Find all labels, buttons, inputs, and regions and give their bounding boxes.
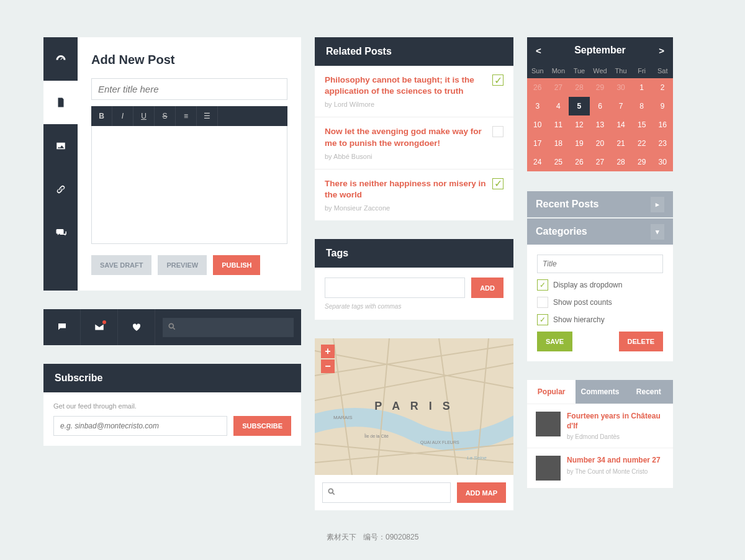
calendar-day-prev[interactable]: 29 [590, 78, 611, 97]
calendar-day[interactable]: 12 [569, 115, 590, 134]
sidebar-item-link[interactable] [43, 168, 78, 211]
tab-recent[interactable]: Recent [625, 380, 673, 404]
svg-point-0 [169, 323, 173, 328]
calendar-day[interactable]: 10 [527, 115, 548, 134]
map-search-input[interactable] [322, 482, 451, 503]
tool-list-ul[interactable]: ≡ [176, 106, 197, 126]
svg-text:La Seine: La Seine [467, 455, 487, 461]
calendar-day[interactable]: 24 [527, 153, 548, 171]
action-chat[interactable] [43, 309, 81, 345]
map-canvas[interactable]: P A R I S MARAIS Île de la Cité QUAI AUX… [315, 338, 513, 475]
categories-accordion[interactable]: Categories ▾ [527, 219, 673, 245]
calendar-day[interactable]: 7 [610, 97, 631, 115]
related-post-item[interactable]: Now let the avenging god make way for me… [315, 117, 513, 168]
calendar-day[interactable]: 9 [652, 97, 673, 115]
sidebar-item-image[interactable] [43, 124, 78, 168]
save-draft-button[interactable]: SAVE DRAFT [91, 255, 151, 275]
calendar-day[interactable]: 21 [610, 134, 631, 153]
chat-icon [56, 322, 68, 333]
tab-post-item[interactable]: Fourteen years in Château d'Ifby Edmond … [527, 404, 673, 448]
calendar-next[interactable]: > [659, 45, 664, 56]
calendar-day[interactable]: 6 [590, 97, 611, 115]
tool-underline[interactable]: U [133, 106, 155, 126]
calendar-day[interactable]: 30 [652, 153, 673, 171]
checkbox[interactable]: ✓ [537, 314, 548, 325]
calendar-day[interactable]: 17 [527, 134, 548, 153]
calendar-day-prev[interactable]: 26 [527, 78, 548, 97]
category-option[interactable]: ✓Show hierarchy [537, 314, 663, 325]
svg-text:MARAIS: MARAIS [333, 415, 353, 420]
calendar-day[interactable]: 15 [631, 115, 652, 134]
calendar-day[interactable]: 3 [527, 97, 548, 115]
action-bar-search-input[interactable] [163, 318, 294, 337]
post-thumbnail [536, 456, 561, 481]
save-category-button[interactable]: SAVE [537, 332, 572, 351]
calendar-day[interactable]: 2 [652, 78, 673, 97]
calendar-day[interactable]: 1 [631, 78, 652, 97]
delete-category-button[interactable]: DELETE [619, 332, 663, 351]
calendar-day[interactable]: 11 [548, 115, 569, 134]
related-post-checkbox[interactable]: ✓ [492, 75, 503, 86]
tab-comments[interactable]: Comments [576, 380, 624, 404]
calendar-day[interactable]: 22 [631, 134, 652, 153]
gauge-icon [55, 53, 66, 65]
calendar-day-prev[interactable]: 30 [610, 78, 631, 97]
calendar-day[interactable]: 25 [548, 153, 569, 171]
related-post-item[interactable]: There is neither happiness nor misery in… [315, 169, 513, 220]
tab-post-item[interactable]: Number 34 and number 27by The Count of M… [527, 448, 673, 488]
calendar-day[interactable]: 29 [631, 153, 652, 171]
related-post-author: by Abbé Busoni [325, 153, 486, 160]
post-body-editor[interactable] [91, 126, 287, 244]
recent-posts-accordion[interactable]: Recent Posts ▸ [527, 191, 673, 217]
calendar-day[interactable]: 19 [569, 134, 590, 153]
calendar-day[interactable]: 16 [652, 115, 673, 134]
related-post-item[interactable]: Philosophy cannot be taught; it is the a… [315, 66, 513, 117]
action-favorite[interactable] [118, 309, 155, 345]
calendar-day[interactable]: 8 [631, 97, 652, 115]
checkbox[interactable] [537, 297, 548, 308]
related-post-checkbox[interactable]: ✓ [492, 178, 503, 189]
calendar-prev[interactable]: < [536, 45, 541, 56]
calendar-day-prev[interactable]: 28 [569, 78, 590, 97]
publish-button[interactable]: PUBLISH [213, 255, 260, 275]
add-map-button[interactable]: ADD MAP [457, 482, 506, 503]
calendar-day[interactable]: 14 [610, 115, 631, 134]
calendar-dow: Sat [652, 63, 673, 78]
post-title-input[interactable] [91, 78, 287, 100]
calendar-day[interactable]: 18 [548, 134, 569, 153]
action-mail[interactable] [81, 309, 118, 345]
category-title-input[interactable] [537, 255, 663, 273]
category-option[interactable]: ✓Display as dropdown [537, 279, 663, 291]
tool-bold[interactable]: B [91, 106, 112, 126]
related-post-checkbox[interactable] [492, 126, 503, 137]
sidebar-item-document[interactable] [43, 81, 78, 124]
sidebar-item-dashboard[interactable] [43, 37, 78, 81]
add-tag-button[interactable]: ADD [471, 278, 503, 298]
posts-tabs-panel: PopularCommentsRecent Fourteen years in … [527, 380, 673, 488]
calendar-day[interactable]: 26 [569, 153, 590, 171]
category-option-label: Display as dropdown [553, 281, 622, 289]
calendar-day[interactable]: 23 [652, 134, 673, 153]
category-option[interactable]: Show post counts [537, 297, 663, 308]
formatting-toolbar: B I U S ≡ ☰ [91, 106, 287, 126]
tool-strike[interactable]: S [155, 106, 176, 126]
calendar-day[interactable]: 20 [590, 134, 611, 153]
map-zoom-in[interactable]: + [321, 345, 335, 358]
calendar-day[interactable]: 27 [590, 153, 611, 171]
tool-italic[interactable]: I [112, 106, 133, 126]
tag-input[interactable] [325, 278, 465, 298]
subscribe-email-input[interactable] [53, 416, 227, 436]
calendar-day-prev[interactable]: 27 [548, 78, 569, 97]
map-zoom-out[interactable]: − [321, 359, 335, 373]
subscribe-button[interactable]: SUBSCRIBE [233, 416, 291, 436]
sidebar-item-comments[interactable] [43, 211, 78, 255]
map-panel: P A R I S MARAIS Île de la Cité QUAI AUX… [315, 338, 513, 510]
calendar-day[interactable]: 13 [590, 115, 611, 134]
preview-button[interactable]: PREVIEW [158, 255, 207, 275]
calendar-day[interactable]: 5 [569, 97, 590, 115]
calendar-day[interactable]: 28 [610, 153, 631, 171]
calendar-day[interactable]: 4 [548, 97, 569, 115]
checkbox[interactable]: ✓ [537, 279, 548, 291]
tab-popular[interactable]: Popular [527, 380, 576, 404]
tool-list-ol[interactable]: ☰ [197, 106, 218, 126]
